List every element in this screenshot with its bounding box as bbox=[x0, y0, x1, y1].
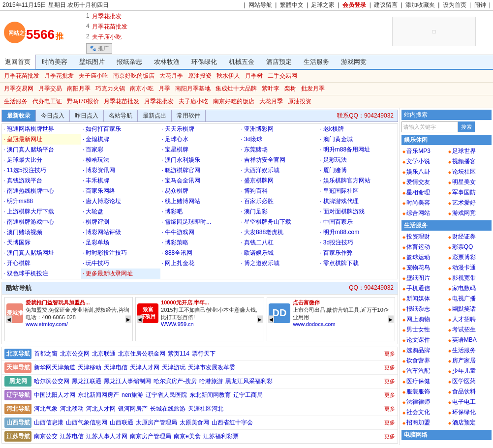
sidebar-link[interactable]: 考试招生 bbox=[447, 325, 492, 334]
link[interactable]: · 盛京棋牌网 bbox=[241, 177, 274, 184]
link[interactable]: · 宝星棋牌 bbox=[162, 146, 189, 153]
region-link[interactable]: 北京住房公积金网 bbox=[118, 350, 165, 358]
sidebar-link[interactable]: 食品饮料 bbox=[447, 387, 492, 396]
tag[interactable]: 栾树 bbox=[283, 84, 298, 93]
link[interactable]: · 东莞赌场 bbox=[241, 146, 268, 153]
sidebar-link[interactable]: 报纸杂志 bbox=[401, 304, 446, 314]
link[interactable]: · 上游棋牌大厅下载 bbox=[3, 208, 54, 215]
region-link[interactable]: nen旅游 bbox=[122, 391, 143, 399]
sidebar-link[interactable]: 社会文化 bbox=[401, 408, 446, 417]
link[interactable]: · 明升ms88 bbox=[3, 198, 33, 205]
sidebar-link[interactable]: 电子电工 bbox=[447, 397, 492, 407]
sidebar-link[interactable]: 幽默笑话 bbox=[447, 304, 492, 314]
region-link[interactable]: 天涯社区河北 bbox=[188, 405, 223, 413]
sidebar-link[interactable]: 投资理财 bbox=[401, 232, 446, 241]
tag[interactable]: 秋水伊人 bbox=[215, 71, 242, 81]
sidebar-link[interactable]: 饮食营养 bbox=[401, 356, 446, 365]
sidebar-link[interactable]: 人才招聘 bbox=[447, 315, 492, 324]
sidebar-link[interactable]: 游戏网竞 bbox=[447, 209, 492, 218]
region-link[interactable]: 天津游玩 bbox=[162, 363, 185, 372]
region-link[interactable]: 太原美食网 bbox=[180, 418, 209, 427]
sidebar-link[interactable]: 彩票QQ bbox=[447, 242, 492, 252]
sidebar-link[interactable]: 篮球运动 bbox=[401, 253, 446, 262]
link[interactable]: · 欧诺娱乐城 bbox=[241, 249, 274, 256]
link[interactable]: · 娱乐棋牌官方网站 bbox=[320, 177, 370, 184]
sidebar-link[interactable]: 电视广播 bbox=[447, 294, 492, 303]
link[interactable]: · 足球心水 bbox=[162, 136, 189, 143]
sidebar-link[interactable]: 医疗保健 bbox=[401, 377, 446, 386]
region-link[interactable]: 首都之窗 bbox=[34, 350, 58, 358]
topbar-link-login[interactable]: 会员登录 bbox=[342, 1, 366, 8]
sidebar-link[interactable]: 财经证券 bbox=[447, 232, 492, 241]
tag[interactable]: 原油投资 bbox=[186, 71, 213, 81]
link[interactable]: · 金煌棋牌 bbox=[83, 136, 110, 143]
link[interactable]: · 线上赌博网站 bbox=[162, 198, 201, 205]
region-more-heilong[interactable]: 更多 bbox=[384, 378, 395, 385]
tuiguang-button[interactable]: 🐾 推广 bbox=[86, 43, 112, 54]
link[interactable]: · 梭哈玩法 bbox=[83, 156, 110, 163]
link[interactable]: · 真钱二八杠 bbox=[241, 239, 274, 246]
sidebar-link[interactable]: 手机通信 bbox=[401, 284, 446, 293]
search-input[interactable] bbox=[401, 121, 458, 132]
topbar-link-zuqiu[interactable]: 足球之家 bbox=[311, 1, 335, 8]
nav-magazine[interactable]: 报纸杂志 bbox=[111, 55, 148, 69]
link[interactable]: · 丰禾棋牌 bbox=[83, 177, 110, 184]
region-more-beijing[interactable]: 更多 bbox=[384, 350, 395, 358]
tag[interactable]: 原油投资 bbox=[286, 97, 313, 106]
link[interactable]: · 百家乐网络 bbox=[83, 187, 116, 194]
sidebar-link[interactable]: 家电数码 bbox=[447, 284, 492, 293]
sidebar-link[interactable]: 娱乐八卦 bbox=[401, 167, 446, 177]
sidebar-link[interactable]: 足球世界 bbox=[447, 147, 492, 156]
sidebar-link[interactable]: 时尚美容 bbox=[401, 198, 446, 208]
region-link[interactable]: 辽宁省人民医院 bbox=[146, 391, 187, 399]
link[interactable]: · 南通热线棋牌中心 bbox=[3, 187, 54, 194]
sidebar-link[interactable]: 汽车汽配 bbox=[401, 366, 446, 376]
tag[interactable]: 夫子庙小吃 bbox=[177, 97, 210, 106]
sidebar-link[interactable]: 招商加盟 bbox=[401, 418, 446, 427]
topbar-link-wangzhan[interactable]: 网站导航 bbox=[248, 1, 272, 8]
link[interactable]: · 零点棋牌下载 bbox=[320, 260, 359, 267]
link[interactable]: · 吉祥坊安全官网 bbox=[241, 156, 285, 163]
link[interactable]: · 时时彩投注技巧 bbox=[83, 249, 127, 256]
tag[interactable]: 月季花批发 bbox=[143, 97, 175, 106]
sidebar-link[interactable]: 网上购物 bbox=[401, 315, 446, 324]
link[interactable]: · 百家乐作弊 bbox=[320, 249, 353, 256]
ad-link-3[interactable]: 夫子庙小吃 bbox=[92, 33, 122, 41]
region-link[interactable]: 哈尔滨房产-搜房 bbox=[154, 377, 197, 386]
region-link[interactable]: 天津市发展改革委 bbox=[188, 363, 235, 372]
tag[interactable]: 南阳月季 bbox=[65, 84, 92, 93]
link[interactable]: · 澳门真人赌场平台 bbox=[3, 146, 54, 153]
region-link[interactable]: 紫页114 bbox=[168, 350, 189, 358]
link[interactable]: · 天天乐棋牌 bbox=[162, 125, 195, 132]
sidebar-link[interactable]: 音乐MP3 bbox=[401, 147, 446, 156]
link[interactable]: · 星空棋牌舟山下载 bbox=[241, 218, 291, 225]
sidebar-link[interactable]: 服装服饰 bbox=[401, 387, 446, 396]
region-link[interactable]: 长城在线旅游 bbox=[150, 405, 185, 413]
link[interactable]: · 中国百家乐 bbox=[320, 218, 353, 225]
link[interactable]: · 百家乐必胜 bbox=[241, 198, 274, 205]
ad2-next[interactable]: ▶ bbox=[257, 316, 263, 323]
link[interactable]: · 澳门黄金城 bbox=[320, 136, 353, 143]
sidebar-link[interactable]: 选购品牌 bbox=[401, 346, 446, 355]
sidebar-link[interactable]: 艺术爱好 bbox=[447, 198, 492, 208]
link[interactable]: · 唐人博彩论坛 bbox=[83, 198, 122, 205]
ad3-prev[interactable]: ◀ bbox=[268, 316, 274, 323]
region-link[interactable]: 天津移动 bbox=[78, 363, 101, 372]
link[interactable]: · 大轮盘 bbox=[83, 208, 104, 215]
sidebar-link[interactable]: 房产家居 bbox=[447, 356, 492, 365]
region-link[interactable]: 东北新闻网房产 bbox=[78, 391, 119, 399]
link[interactable]: · 宝马会全讯网 bbox=[162, 177, 201, 184]
ad3-next[interactable]: ▶ bbox=[388, 316, 394, 323]
tab-latest-out[interactable]: 最新点出 bbox=[138, 110, 172, 121]
region-link[interactable]: 河北气象 bbox=[34, 405, 58, 413]
sidebar-link[interactable]: 医学医药 bbox=[447, 377, 492, 386]
link[interactable]: · 博彩网站评级 bbox=[83, 229, 122, 236]
topbar-link-favorite[interactable]: 添加收藏夹 bbox=[405, 1, 435, 8]
region-link[interactable]: 南京公交 bbox=[34, 432, 58, 441]
link[interactable]: · 3d投注技巧 bbox=[320, 239, 353, 246]
ad-link-2[interactable]: 月季花苗批发 bbox=[92, 23, 127, 31]
link-more[interactable]: · 更多最新收录网址 bbox=[83, 270, 133, 277]
region-link[interactable]: 南京e美食 bbox=[174, 432, 201, 441]
region-link[interactable]: 黑龙江人事编制网 bbox=[104, 377, 151, 386]
tag[interactable]: 大花月季 bbox=[158, 71, 185, 81]
